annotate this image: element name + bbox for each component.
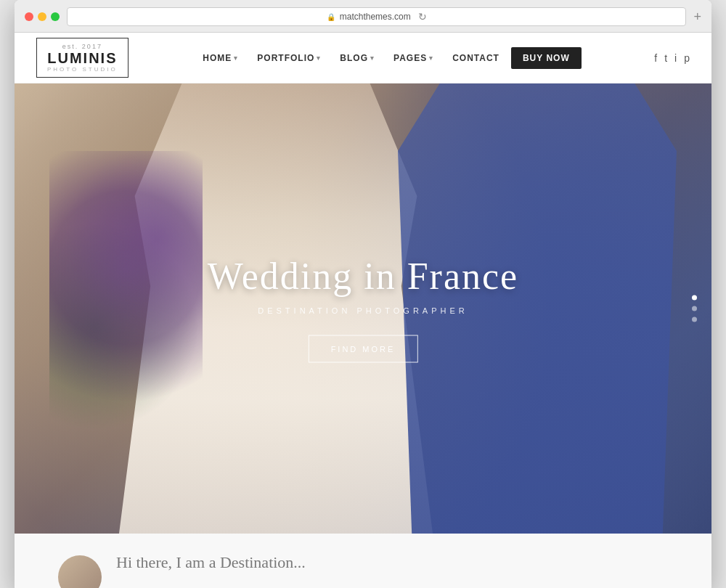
logo-est: est. 2017 (62, 43, 102, 50)
chevron-down-icon: ▾ (370, 54, 375, 62)
pinterest-icon[interactable]: p (684, 52, 690, 64)
logo-name: LUMINIS (47, 50, 117, 66)
nav-pages[interactable]: PAGES ▾ (386, 47, 441, 69)
lock-icon: 🔒 (327, 13, 335, 21)
slide-dot-1[interactable] (692, 295, 697, 301)
new-tab-button[interactable]: + (693, 9, 701, 25)
slide-dot-2[interactable] (692, 306, 697, 311)
browser-window: 🔒 matchthemes.com ↻ + est. 2017 LUMINIS … (15, 0, 711, 588)
browser-chrome: 🔒 matchthemes.com ↻ + (15, 0, 711, 33)
slide-indicators (692, 295, 697, 322)
below-fold-text: Hi there, I am a Destination... (116, 553, 306, 572)
url-text: matchthemes.com (340, 12, 411, 22)
hero-subtitle: DESTINATION PHOTOGRAPHER (208, 306, 518, 315)
main-nav: HOME ▾ PORTFOLIO ▾ BLOG ▾ PAGES ▾ CONTAC… (195, 47, 581, 69)
hero-section: Wedding in France DESTINATION PHOTOGRAPH… (15, 83, 711, 534)
nav-contact[interactable]: CONTACT (445, 47, 507, 69)
website-content: est. 2017 LUMINIS PHOTO STUDIO HOME ▾ PO… (15, 33, 711, 588)
hero-content: Wedding in France DESTINATION PHOTOGRAPH… (208, 255, 518, 363)
slide-dot-3[interactable] (692, 317, 697, 322)
minimize-button[interactable] (38, 12, 46, 21)
site-header: est. 2017 LUMINIS PHOTO STUDIO HOME ▾ PO… (15, 33, 711, 83)
nav-buy-now[interactable]: BUY NOW (511, 47, 582, 69)
traffic-lights (25, 12, 60, 21)
avatar (58, 555, 102, 588)
below-fold-section: Hi there, I am a Destination... (15, 534, 711, 588)
hero-title: Wedding in France (208, 255, 518, 298)
social-icons: f t i p (654, 52, 690, 64)
nav-home[interactable]: HOME ▾ (195, 47, 245, 69)
flowers-accent (49, 151, 203, 444)
chevron-down-icon: ▾ (429, 54, 433, 62)
refresh-button[interactable]: ↻ (418, 11, 427, 23)
nav-blog[interactable]: BLOG ▾ (333, 47, 382, 69)
address-bar[interactable]: 🔒 matchthemes.com ↻ (67, 7, 686, 26)
twitter-icon[interactable]: t (664, 52, 667, 64)
logo[interactable]: est. 2017 LUMINIS PHOTO STUDIO (36, 38, 129, 78)
chevron-down-icon: ▾ (317, 54, 321, 62)
hero-cta-button[interactable]: FIND MORE (309, 335, 418, 363)
logo-sub: PHOTO STUDIO (47, 66, 118, 73)
nav-portfolio[interactable]: PORTFOLIO ▾ (250, 47, 328, 69)
instagram-icon[interactable]: i (674, 52, 677, 64)
close-button[interactable] (25, 12, 33, 21)
maximize-button[interactable] (51, 12, 60, 21)
chevron-down-icon: ▾ (234, 54, 238, 62)
facebook-icon[interactable]: f (654, 52, 657, 64)
